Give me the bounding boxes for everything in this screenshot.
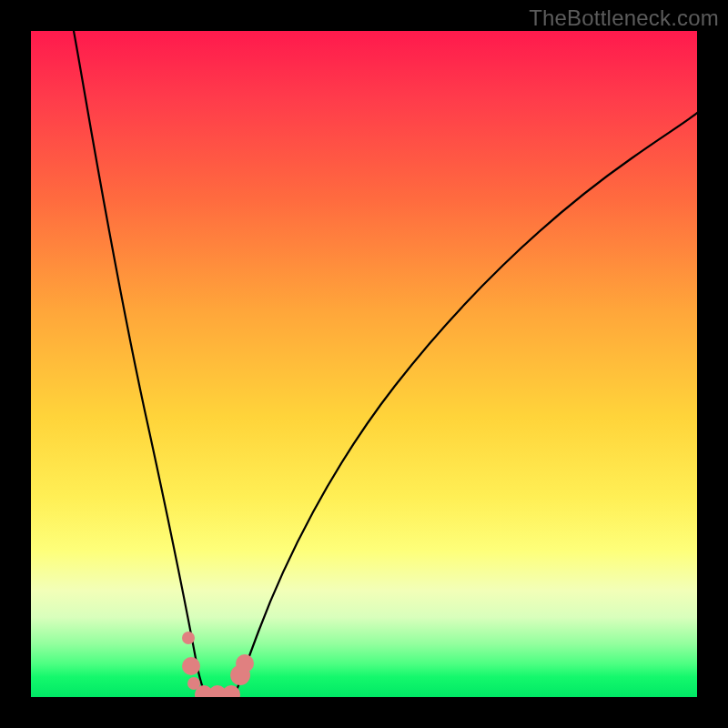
curve-right-branch [234,113,697,697]
marker-dot [182,657,200,675]
marker-dot [182,632,195,644]
chart-plot-area [31,31,697,697]
curve-left-branch [74,31,207,697]
chart-frame: TheBottleneck.com [0,0,728,728]
marker-dot [236,654,254,672]
watermark-text: TheBottleneck.com [529,5,719,31]
curve-markers [182,632,254,697]
bottleneck-curve [31,31,697,697]
